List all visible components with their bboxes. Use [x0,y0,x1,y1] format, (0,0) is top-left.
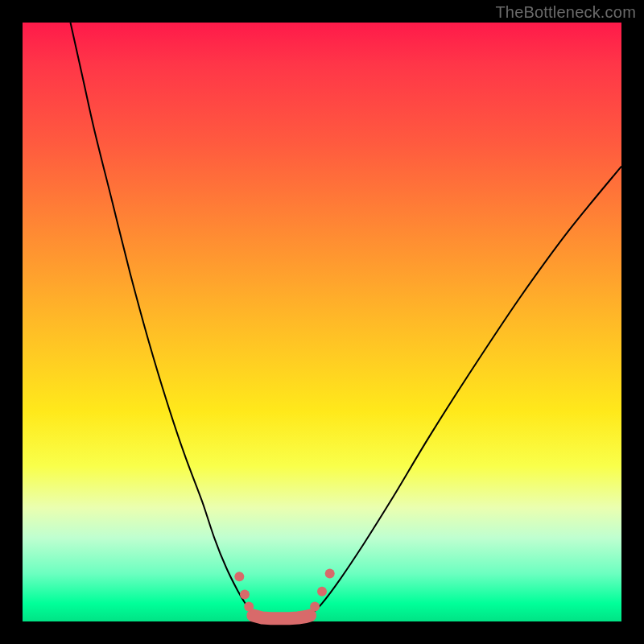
plot-area [23,23,621,621]
chart-overlay [23,23,621,621]
left-markers-dot [234,572,244,581]
right-curve-path [310,167,621,616]
chart-frame: TheBottleneck.com [0,0,644,644]
right-markers-dot [325,569,335,579]
watermark-text: TheBottleneck.com [495,3,636,22]
curve-left [71,23,254,616]
left-curve-path [71,23,254,616]
valley-floor-stroke [253,616,310,619]
curve-right [310,167,621,616]
right-markers-dot [317,587,327,597]
valley-floor-band [253,616,310,619]
left-markers-dot [244,601,254,611]
right-wall-markers [310,569,335,612]
right-markers-dot [310,601,320,611]
left-markers-dot [240,590,250,600]
